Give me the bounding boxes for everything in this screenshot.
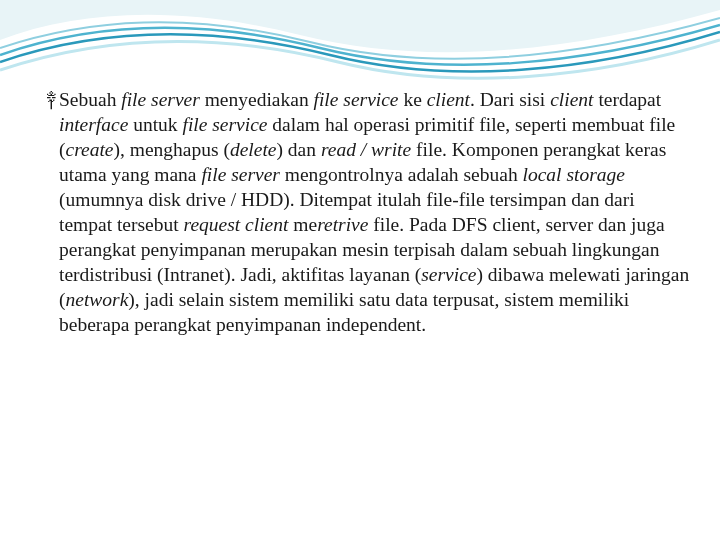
txt: mengontrolnya adalah sebuah [280, 164, 523, 185]
slide-body: ༒ Sebuah file server menyediakan file se… [46, 88, 690, 338]
txt-italic: network [66, 289, 129, 310]
txt: me [288, 214, 317, 235]
bullet-icon: ༒ [46, 88, 56, 114]
txt-italic: read / write [321, 139, 411, 160]
txt-italic: file server [201, 164, 280, 185]
txt-italic: service [421, 264, 476, 285]
txt: menyediakan [200, 89, 314, 110]
txt-italic: request client [184, 214, 289, 235]
txt-italic: retrive [317, 214, 368, 235]
txt: . Dari sisi [470, 89, 550, 110]
txt-italic: create [66, 139, 114, 160]
slide-background-waves [0, 0, 720, 90]
txt: Sebuah [59, 89, 121, 110]
txt-italic: interface [59, 114, 128, 135]
txt: ), jadi selain sistem memiliki satu data… [59, 289, 629, 335]
txt-italic: file service [314, 89, 399, 110]
txt: ke [399, 89, 427, 110]
txt: terdapat [594, 89, 662, 110]
txt: untuk [128, 114, 182, 135]
txt: ) dan [277, 139, 321, 160]
txt-italic: file service [182, 114, 267, 135]
paragraph-text: Sebuah file server menyediakan file serv… [59, 88, 690, 338]
txt-italic: delete [230, 139, 277, 160]
txt-italic: client [427, 89, 470, 110]
txt-italic: client [550, 89, 593, 110]
txt: ), menghapus ( [114, 139, 230, 160]
txt-italic: file server [121, 89, 200, 110]
txt-italic: local storage [523, 164, 625, 185]
